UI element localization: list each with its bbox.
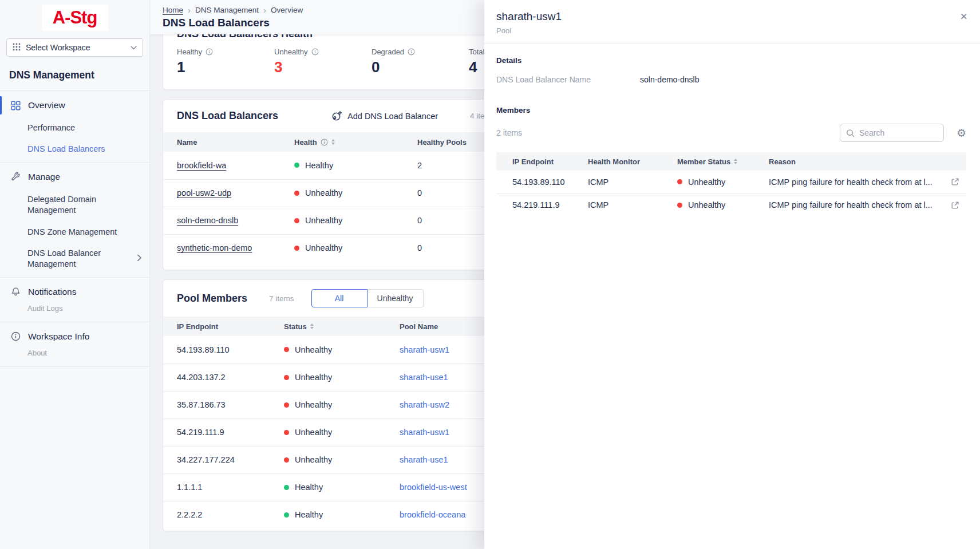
lb-name-link[interactable]: brookfield-wa: [177, 161, 226, 170]
members-table-wrap: IP Endpoint Health Monitor Member Status…: [496, 152, 966, 216]
status-text: Unhealthy: [295, 428, 332, 437]
sidebar-item-delegated-domain-management[interactable]: Delegated Domain Management: [0, 189, 149, 221]
bell-icon: [11, 287, 21, 297]
drawer-title: sharath-usw1: [496, 10, 966, 23]
info-icon[interactable]: [321, 139, 328, 146]
breadcrumb-overview[interactable]: Overview: [271, 6, 303, 14]
status-text: Healthy: [295, 510, 323, 519]
drawer-body: Details DNS Load Balancer Name soln-demo…: [484, 56, 980, 216]
breadcrumb-home[interactable]: Home: [163, 6, 183, 14]
column-header-status[interactable]: Status: [284, 317, 400, 336]
pool-name-link[interactable]: brookfield-us-west: [400, 483, 467, 492]
close-icon[interactable]: ×: [960, 10, 967, 23]
breadcrumb-dns-management[interactable]: DNS Management: [195, 6, 259, 14]
sidebar-item-performance[interactable]: Performance: [0, 117, 149, 139]
sidebar-item-audit-logs[interactable]: Audit Logs: [0, 304, 149, 319]
search-input[interactable]: [859, 128, 938, 137]
reason-text: ICMP ping failure for health check from …: [769, 200, 944, 210]
sidebar-item-label: Manage: [28, 172, 60, 182]
sidebar-item-workspace-info[interactable]: Workspace Info: [0, 325, 149, 349]
status-dot: [677, 203, 682, 208]
sidebar-item-label: Notifications: [28, 287, 76, 297]
sort-icon[interactable]: [734, 159, 737, 164]
sort-icon[interactable]: [331, 139, 335, 145]
external-link-icon[interactable]: [951, 177, 959, 186]
stat-label: Total: [469, 48, 484, 56]
divider: [0, 90, 149, 91]
sidebar-item-dns-load-balancer-management[interactable]: DNS Load Balancer Management: [0, 243, 149, 275]
health-monitor: ICMP: [588, 171, 677, 193]
ip-endpoint: 2.2.2.2: [163, 501, 284, 528]
sidebar-item-manage[interactable]: Manage: [0, 165, 149, 189]
filter-all-button[interactable]: All: [311, 289, 368, 307]
workspace-selector[interactable]: Select Workspace: [6, 38, 143, 57]
detail-row: DNS Load Balancer Name soln-demo-dnslb: [496, 74, 966, 85]
health-status-text: Unhealthy: [305, 216, 342, 225]
lb-card-title: DNS Load Balancers: [177, 110, 278, 122]
sidebar-item-notifications[interactable]: Notifications: [0, 280, 149, 304]
stat-degraded: Degraded 0: [372, 47, 469, 76]
stat-label: Healthy: [177, 48, 202, 56]
pool-name-link[interactable]: sharath-usw2: [400, 400, 449, 409]
stat-value: 0: [372, 58, 469, 76]
health-status-dot: [294, 163, 299, 168]
filter-unhealthy-button[interactable]: Unhealthy: [368, 289, 424, 307]
column-header-health-monitor[interactable]: Health Monitor: [588, 152, 677, 171]
health-monitor: ICMP: [588, 193, 677, 216]
status-text: Unhealthy: [295, 345, 332, 354]
product-title: DNS Management: [9, 69, 140, 81]
info-icon[interactable]: [311, 48, 319, 56]
stat-value: 3: [274, 58, 372, 76]
sidebar-item-dns-load-balancers[interactable]: DNS Load Balancers: [0, 139, 149, 160]
sidebar-item-overview[interactable]: Overview: [0, 93, 149, 117]
health-status-text: Healthy: [305, 161, 333, 170]
external-link-icon[interactable]: [951, 201, 959, 210]
ip-endpoint: 54.193.89.110: [163, 336, 284, 364]
pool-name-link[interactable]: sharath-usw1: [400, 428, 449, 437]
pool-name-link[interactable]: sharath-usw1: [400, 345, 449, 354]
members-table-header-row: IP Endpoint Health Monitor Member Status…: [496, 152, 966, 171]
info-icon[interactable]: [206, 48, 213, 56]
status-dot: [284, 347, 289, 352]
add-load-balancer-icon: [331, 110, 342, 122]
wrench-icon: [11, 172, 21, 182]
pool-name-link[interactable]: sharath-use1: [400, 373, 448, 382]
lb-name-link[interactable]: synthetic-mon-demo: [177, 243, 252, 252]
column-header-reason[interactable]: Reason: [769, 152, 966, 171]
gear-icon[interactable]: ⚙: [957, 128, 966, 139]
lb-name-link[interactable]: pool-usw2-udp: [177, 188, 231, 198]
lb-name-link[interactable]: soln-demo-dnslb: [177, 216, 238, 225]
sort-icon[interactable]: [310, 323, 314, 329]
status-dot: [284, 375, 289, 380]
sidebar-item-label: DNS Load Balancer Management: [27, 248, 101, 268]
column-header-health[interactable]: Health: [294, 132, 417, 152]
status-text: Unhealthy: [688, 177, 725, 187]
sidebar-item-dns-zone-management[interactable]: DNS Zone Management: [0, 222, 149, 243]
status-dot: [284, 485, 289, 490]
members-toolbar: 2 items ⚙: [496, 124, 966, 142]
pool-name-link[interactable]: brookfield-oceana: [400, 510, 465, 519]
sidebar-item-label: Overview: [28, 100, 65, 110]
sidebar-item-about[interactable]: About: [0, 349, 149, 364]
column-header-ip-endpoint[interactable]: IP Endpoint: [496, 152, 588, 171]
pool-name-link[interactable]: sharath-use1: [400, 455, 448, 464]
workspace-grid-icon: [13, 43, 21, 53]
info-icon[interactable]: [408, 48, 415, 56]
stat-label: Unhealthy: [274, 48, 308, 56]
column-header-member-status[interactable]: Member Status: [677, 152, 769, 171]
column-header-ip-endpoint[interactable]: IP Endpoint: [163, 317, 284, 336]
column-header-name[interactable]: Name: [163, 132, 294, 152]
divider: [0, 322, 149, 322]
status-text: Unhealthy: [295, 373, 332, 382]
breadcrumb-separator-icon: ›: [263, 6, 266, 14]
details-heading: Details: [496, 56, 966, 65]
search-input-wrapper: [840, 124, 944, 142]
ip-endpoint: 1.1.1.1: [163, 473, 284, 501]
detail-label: DNS Load Balancer Name: [496, 74, 640, 85]
ip-endpoint: 54.219.111.9: [163, 418, 284, 446]
status-text: Unhealthy: [295, 400, 332, 409]
status-dot: [284, 402, 289, 408]
logo-text: A-Stg: [53, 7, 97, 27]
add-dns-load-balancer-button[interactable]: Add DNS Load Balancer: [331, 110, 438, 122]
divider: [0, 277, 149, 278]
